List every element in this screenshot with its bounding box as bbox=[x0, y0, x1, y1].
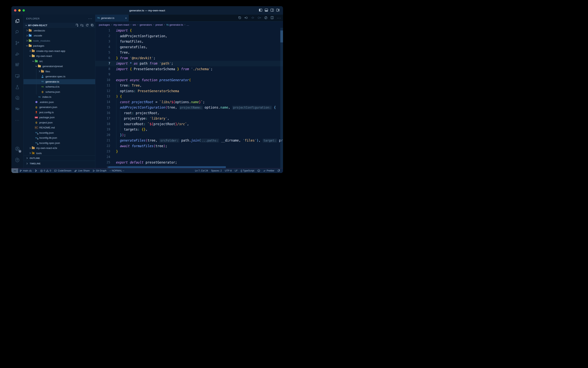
tree-item-project.json[interactable]: {}project.json bbox=[24, 120, 95, 125]
titlebar[interactable]: generator.ts — my-own-react bbox=[11, 6, 283, 15]
close-tab-icon[interactable]: × bbox=[125, 17, 127, 20]
status-eol[interactable]: LF bbox=[233, 168, 239, 173]
typescript-file-icon: TS bbox=[97, 17, 100, 19]
vertical-scrollbar-thumb[interactable] bbox=[280, 30, 283, 42]
tree-item-index.ts[interactable]: TSindex.ts bbox=[24, 94, 95, 100]
tree-item-label: tools bbox=[36, 152, 42, 155]
tree-item-create-my-own-react-app[interactable]: create-my-own-react-app bbox=[24, 48, 95, 54]
activity-nx-console-icon[interactable]: N≥ bbox=[13, 105, 22, 113]
tree-item-README.md[interactable]: M↓README.md bbox=[24, 125, 95, 130]
toggle-primary-sidebar-icon[interactable] bbox=[259, 9, 262, 12]
tree-item-label: node_modules bbox=[33, 39, 50, 42]
tree-item-packages[interactable]: packages bbox=[24, 43, 95, 49]
status-notifications[interactable] bbox=[276, 168, 281, 173]
new-file-icon[interactable] bbox=[76, 24, 79, 27]
folder-node-icon: JS bbox=[28, 39, 32, 42]
breadcrumb-item[interactable]: … bbox=[186, 23, 189, 26]
tree-item-label: index.ts bbox=[42, 95, 52, 98]
activity-testing-icon[interactable] bbox=[13, 83, 22, 92]
collapse-folders-icon[interactable] bbox=[91, 24, 94, 27]
status-live-share[interactable]: Live Share bbox=[73, 168, 91, 173]
tree-item-label: generator.spec.ts bbox=[45, 75, 65, 78]
status-pipeline[interactable] bbox=[33, 168, 39, 173]
activity-extensions-icon[interactable] bbox=[13, 61, 22, 69]
close-window-button[interactable] bbox=[14, 9, 16, 12]
project-root-header[interactable]: MY-OWN-REACT bbox=[24, 23, 95, 28]
tree-item-src[interactable]: ‹›src bbox=[24, 59, 95, 64]
open-changes-icon[interactable] bbox=[264, 16, 267, 20]
file-json-icon: {} bbox=[35, 121, 38, 124]
activity-source-control-icon[interactable] bbox=[13, 38, 22, 47]
status-remote-indicator[interactable]: >< bbox=[11, 168, 18, 173]
tree-item-tsconfig.spec.json[interactable]: TS⚙tsconfig.spec.json bbox=[24, 140, 95, 146]
tree-item-schema.json[interactable]: {}schema.json bbox=[24, 89, 95, 94]
tree-item-tsconfig.lib.json[interactable]: TS⚙tsconfig.lib.json bbox=[24, 135, 95, 141]
tree-item-schema.d.ts[interactable]: TSschema.d.ts bbox=[24, 84, 95, 90]
tree-item-package.json[interactable]: npmpackage.json bbox=[24, 115, 95, 120]
explorer-sidebar: EXPLORER ··· MY-OWN-REACT .verdaccio✕.vs… bbox=[24, 15, 95, 168]
tree-item-tools[interactable]: ⚒tools bbox=[24, 151, 95, 156]
status-codestream[interactable]: CodeStream bbox=[53, 168, 73, 173]
customize-layout-icon[interactable] bbox=[276, 9, 280, 12]
breadcrumb-item[interactable]: generators bbox=[140, 23, 152, 26]
tree-item-files[interactable]: files bbox=[24, 69, 95, 74]
tree-item-my-own-react-e2e[interactable]: my-own-react-e2e bbox=[24, 146, 95, 151]
tree-item-generators-preset[interactable]: generators/preset bbox=[24, 64, 95, 69]
activity-remote-explorer-icon[interactable] bbox=[13, 72, 22, 80]
code-line-21: 21 generateFiles(tree, srcFolder: path.j… bbox=[95, 138, 283, 143]
prev-change-icon[interactable] bbox=[251, 16, 254, 20]
status-git-branch[interactable]: main bbox=[18, 168, 33, 173]
navigate-back-icon[interactable] bbox=[245, 16, 248, 20]
tree-item-generators.json[interactable]: {}generators.json bbox=[24, 105, 95, 110]
new-folder-icon[interactable] bbox=[80, 24, 84, 27]
breadcrumb-item[interactable]: TS generator.ts bbox=[166, 23, 183, 26]
explorer-title: EXPLORER bbox=[26, 17, 39, 20]
toggle-panel-icon[interactable] bbox=[265, 9, 268, 12]
status-feedback[interactable] bbox=[256, 168, 262, 173]
timeline-section-header[interactable]: TIMELINE bbox=[24, 161, 95, 166]
zoom-window-button[interactable] bbox=[23, 9, 25, 12]
timeline-history-icon[interactable] bbox=[238, 16, 241, 20]
status-cursor-position[interactable]: Ln 7, Col 24 bbox=[193, 168, 210, 173]
code-editor[interactable]: 1import {2 addProjectConfiguration,3 for… bbox=[95, 28, 283, 168]
toggle-secondary-sidebar-icon[interactable] bbox=[271, 9, 274, 12]
activity-more-views-icon[interactable]: ··· bbox=[13, 116, 22, 124]
split-editor-icon[interactable] bbox=[271, 16, 273, 20]
activity-search-icon[interactable] bbox=[13, 28, 22, 37]
tab-generator-ts[interactable]: TS generator.ts × bbox=[95, 15, 129, 21]
status-prettier[interactable]: ✓✓Prettier bbox=[262, 168, 276, 173]
activity-run-debug-icon[interactable] bbox=[13, 50, 22, 58]
tree-item-generator.spec.ts[interactable]: generator.spec.ts bbox=[24, 74, 95, 79]
breadcrumb-item[interactable]: src bbox=[133, 23, 136, 26]
activity-git-history-icon[interactable] bbox=[13, 93, 22, 102]
tree-item-node-modules[interactable]: JSnode_modules bbox=[24, 38, 95, 43]
chevron-right-icon bbox=[26, 29, 28, 31]
breadcrumb-item[interactable]: packages bbox=[99, 23, 110, 26]
status-indentation[interactable]: Spaces: 2 bbox=[210, 168, 223, 173]
explorer-more-actions-icon[interactable]: ··· bbox=[88, 17, 92, 20]
breadcrumb-item[interactable]: preset bbox=[156, 23, 163, 26]
activity-explorer-icon[interactable] bbox=[13, 17, 22, 26]
tree-item-my-own-react[interactable]: my-own-react bbox=[24, 54, 95, 59]
refresh-explorer-icon[interactable] bbox=[86, 24, 89, 27]
accounts-icon[interactable]: 1 bbox=[13, 144, 22, 153]
tree-item-.verdaccio[interactable]: .verdaccio bbox=[24, 28, 95, 33]
next-change-icon[interactable] bbox=[258, 16, 261, 20]
tree-item-generator.ts[interactable]: TSgenerator.ts bbox=[24, 79, 95, 84]
vertical-scrollbar[interactable] bbox=[280, 28, 283, 168]
status-language-mode[interactable]: {} TypeScript bbox=[239, 168, 256, 173]
horizontal-scrollbar[interactable] bbox=[108, 166, 226, 168]
settings-gear-icon[interactable] bbox=[13, 155, 22, 164]
minimize-window-button[interactable] bbox=[18, 9, 21, 12]
tree-item-jest.config.ts[interactable]: jest.config.ts bbox=[24, 110, 95, 115]
outline-section-header[interactable]: OUTLINE bbox=[24, 155, 95, 161]
tree-item-tsconfig.json[interactable]: TS⚙tsconfig.json bbox=[24, 130, 95, 135]
status-vim-mode[interactable]: -- NORMAL -- bbox=[108, 168, 126, 173]
tree-item-.eslintrc.json[interactable]: .eslintrc.json bbox=[24, 100, 95, 105]
status-problems[interactable]: 00 bbox=[39, 168, 53, 173]
breadcrumb-item[interactable]: my-own-react bbox=[114, 23, 129, 26]
tree-item-.vscode[interactable]: ✕.vscode bbox=[24, 33, 95, 38]
status-encoding[interactable]: UTF-8 bbox=[223, 168, 233, 173]
more-actions-icon[interactable]: ··· bbox=[277, 16, 281, 20]
status-git-graph[interactable]: Git Graph bbox=[91, 168, 108, 173]
